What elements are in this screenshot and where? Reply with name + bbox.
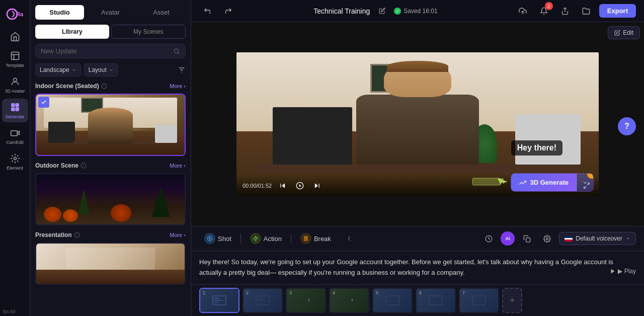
slide-thumb-4: T	[330, 289, 368, 312]
generate-button[interactable]: 3D Generate	[511, 174, 577, 191]
sidebar-item-element[interactable]: Element	[2, 150, 28, 174]
timeline-slide-3[interactable]: 3 T	[286, 288, 326, 313]
generate-btn-area: ! 3D Generate	[471, 173, 594, 192]
script-content-area[interactable]: Hey there! So today, we're going to set …	[191, 251, 644, 284]
export-button[interactable]: Export	[599, 4, 636, 18]
presentation-header: Presentation More ›	[35, 231, 186, 239]
ai-script-button[interactable]: Ai	[501, 231, 515, 246]
sidebar-item-3davatar[interactable]: 3D Avatar	[2, 73, 28, 97]
svg-rect-8	[11, 108, 15, 111]
svg-point-5	[13, 78, 17, 82]
tab-avatar[interactable]: Avatar	[86, 5, 135, 20]
edit-button-container: Edit	[608, 26, 640, 39]
scene-monitor	[273, 107, 352, 165]
outdoor-scene-header: Outdoor Scene More ›	[35, 162, 186, 169]
action-icon	[250, 233, 261, 244]
chevron-down-icon	[71, 67, 76, 72]
video-time: 00:00/01:52	[243, 183, 272, 189]
notification-count: 2	[545, 2, 553, 10]
copy-button[interactable]	[519, 230, 535, 247]
voiceover-button[interactable]: Default voiceover	[559, 232, 636, 245]
play-button[interactable]	[294, 180, 306, 192]
help-button[interactable]: ?	[618, 117, 636, 135]
settings-button[interactable]	[539, 230, 555, 247]
presentation-scene-card[interactable]	[35, 243, 186, 285]
edit-button[interactable]: Edit	[608, 26, 640, 39]
my-scenes-tab[interactable]: My Scenes	[111, 25, 186, 39]
sidebar-item-template[interactable]: Template	[2, 47, 28, 71]
timeline-slide-7[interactable]: 7	[459, 288, 499, 313]
camedit-icon	[10, 127, 21, 138]
action-button[interactable]: Action	[245, 230, 287, 247]
pencil-icon	[614, 30, 620, 36]
svg-point-42	[209, 238, 211, 240]
tab-asset[interactable]: Asset	[137, 5, 186, 20]
skip-back-button[interactable]	[277, 180, 289, 192]
language-flag	[565, 236, 573, 242]
break-button[interactable]: Break	[295, 230, 336, 247]
project-title: Technical Training	[313, 7, 370, 15]
landscape-filter[interactable]: Landscape	[35, 63, 81, 76]
timeline-slide-1[interactable]: 1	[199, 288, 239, 313]
saved-indicator	[394, 8, 401, 15]
play-icon	[610, 268, 616, 274]
timeline-slide-2[interactable]: 2	[243, 288, 283, 313]
layout-filter[interactable]: Layout	[84, 63, 118, 76]
timeline-slide-6[interactable]: 6	[416, 288, 456, 313]
ai-label: Ai	[506, 236, 510, 241]
presentation-more-link[interactable]: More ›	[170, 232, 186, 238]
edit-title-button[interactable]	[374, 3, 390, 19]
sidebar-content: Library My Scenes Landscape Layout	[30, 20, 191, 316]
svg-marker-43	[253, 236, 258, 241]
notifications-button[interactable]: 2	[536, 3, 552, 19]
sidebar-item-generate-label: Generate	[6, 114, 25, 119]
avatar-container	[356, 61, 479, 164]
collapse-toolbar-button[interactable]	[340, 232, 358, 245]
undo-button[interactable]	[199, 3, 215, 19]
app-logo[interactable]: Ra	[4, 5, 26, 23]
redo-button[interactable]	[220, 3, 236, 19]
tab-studio[interactable]: Studio	[35, 5, 84, 20]
folder-button[interactable]	[578, 3, 594, 19]
library-tab[interactable]: Library	[35, 25, 109, 39]
filter-icon[interactable]	[178, 66, 186, 74]
indoor-scene-card[interactable]	[35, 94, 186, 156]
sidebar: Studio Avatar Asset Library My Scenes La…	[30, 0, 191, 316]
add-slide-button[interactable]: +	[502, 288, 522, 313]
upload-button[interactable]	[515, 3, 531, 19]
sidebar-item-generate[interactable]: Generate	[2, 99, 28, 122]
topbar-right: 2 Export	[515, 3, 636, 19]
script-text: Hey there! So today, we're going to set …	[199, 258, 613, 276]
svg-point-0	[7, 9, 17, 19]
sidebar-item-3davatar-label: 3D Avatar	[5, 89, 25, 94]
skip-forward-button[interactable]	[311, 180, 323, 192]
timeline-slide-4[interactable]: 4 T	[329, 288, 369, 313]
shot-button[interactable]: Shot	[199, 230, 236, 247]
search-input[interactable]	[41, 47, 173, 55]
timeline-slide-5[interactable]: 5	[372, 288, 413, 313]
outdoor-more-link[interactable]: More ›	[170, 163, 186, 169]
play-script-button[interactable]: ▶ Play	[610, 268, 636, 275]
info-icon	[101, 83, 107, 89]
script-toolbar-right: Ai Default voiceover	[480, 230, 636, 247]
saved-badge: Saved 16:01	[394, 8, 437, 15]
share-button[interactable]	[557, 3, 573, 19]
indoor-more-link[interactable]: More ›	[170, 83, 186, 89]
template-icon	[10, 50, 21, 61]
shot-icon	[204, 233, 215, 244]
chevron-down-voiceover-icon	[625, 236, 630, 241]
scene-printer	[515, 114, 581, 165]
outdoor-scene-card[interactable]	[35, 173, 186, 225]
history-button[interactable]	[480, 230, 497, 247]
sidebar-item-camedit[interactable]: CamEdit	[2, 124, 28, 148]
sidebar-item-home[interactable]	[2, 28, 28, 45]
avatar-head	[384, 61, 452, 97]
svg-rect-2	[11, 52, 19, 60]
svg-rect-36	[472, 178, 501, 185]
slide-number-2: 2	[246, 290, 249, 295]
arrow-indicator	[471, 174, 507, 191]
search-bar[interactable]	[35, 44, 186, 58]
svg-rect-58	[429, 296, 442, 305]
svg-marker-31	[299, 185, 301, 187]
element-icon	[10, 153, 21, 164]
